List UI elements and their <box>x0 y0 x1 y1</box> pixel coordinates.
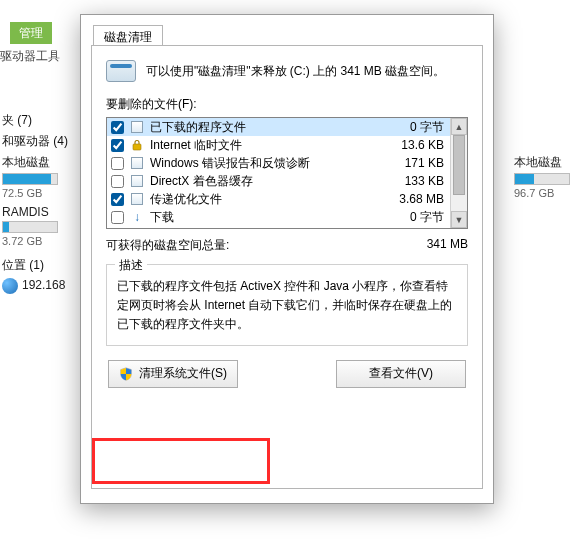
drive-c-capacity: 72.5 GB <box>2 187 80 199</box>
file-list-row[interactable]: ↓下载0 字节 <box>107 208 450 226</box>
drives-group-header: 和驱动器 (4) <box>2 133 80 150</box>
drive-right-usage-bar <box>514 173 570 185</box>
file-row-size: 3.68 MB <box>399 192 444 206</box>
locations-group-header: 位置 (1) <box>2 257 80 274</box>
ribbon-tab-manage[interactable]: 管理 <box>10 22 52 44</box>
view-files-button[interactable]: 查看文件(V) <box>336 360 466 388</box>
svg-rect-0 <box>133 144 141 150</box>
file-row-checkbox[interactable] <box>111 157 124 170</box>
file-list-row[interactable]: Internet 临时文件13.6 KB <box>107 136 450 154</box>
explorer-right-partial: 本地磁盘 96.7 GB <box>510 150 574 205</box>
file-type-icon: ↓ <box>130 210 144 224</box>
file-row-name: 下载 <box>150 209 402 226</box>
ribbon-tab-drive-tools[interactable]: 驱动器工具 <box>0 48 60 65</box>
clean-system-files-button[interactable]: 清理系统文件(S) <box>108 360 238 388</box>
description-group: 描述 已下载的程序文件包括 ActiveX 控件和 Java 小程序，你查看特定… <box>106 264 468 346</box>
globe-icon <box>2 278 18 294</box>
file-list-row[interactable]: 已下载的程序文件0 字节 <box>107 118 450 136</box>
file-row-name: 已下载的程序文件 <box>150 119 402 136</box>
description-legend: 描述 <box>115 257 147 274</box>
file-list-row[interactable]: 传递优化文件3.68 MB <box>107 190 450 208</box>
explorer-left-panel: 夹 (7) 和驱动器 (4) 本地磁盘 72.5 GB RAMDIS 3.72 … <box>0 108 80 296</box>
file-row-checkbox[interactable] <box>111 211 124 224</box>
button-row: 清理系统文件(S) 查看文件(V) <box>106 360 468 388</box>
scroll-thumb[interactable] <box>453 135 465 195</box>
uac-shield-icon <box>119 367 133 381</box>
file-row-size: 171 KB <box>405 156 444 170</box>
file-type-icon <box>130 120 144 134</box>
file-list-row[interactable]: DirectX 着色器缓存133 KB <box>107 172 450 190</box>
drive-c-usage-bar <box>2 173 58 185</box>
file-row-name: Windows 错误报告和反馈诊断 <box>150 155 397 172</box>
disk-cleanup-dialog: 磁盘清理 可以使用"磁盘清理"来释放 (C:) 上的 341 MB 磁盘空间。 … <box>80 14 494 504</box>
clean-system-files-label: 清理系统文件(S) <box>139 365 227 382</box>
drive-ramdisk-usage-bar <box>2 221 58 233</box>
drive-icon <box>106 60 136 82</box>
network-location-label: 192.168 <box>22 278 65 292</box>
files-list[interactable]: 已下载的程序文件0 字节Internet 临时文件13.6 KBWindows … <box>106 117 468 229</box>
scroll-down-button[interactable]: ▼ <box>451 211 467 228</box>
network-location[interactable]: 192.168 <box>2 278 80 294</box>
file-list-row[interactable]: Windows 错误报告和反馈诊断171 KB <box>107 154 450 172</box>
info-text: 可以使用"磁盘清理"来释放 (C:) 上的 341 MB 磁盘空间。 <box>146 62 445 80</box>
files-to-delete-label: 要删除的文件(F): <box>106 96 468 113</box>
total-label: 可获得的磁盘空间总量: <box>106 237 229 254</box>
drive-right-capacity: 96.7 GB <box>514 187 574 199</box>
total-row: 可获得的磁盘空间总量: 341 MB <box>106 237 468 254</box>
file-row-name: DirectX 着色器缓存 <box>150 173 397 190</box>
scroll-up-button[interactable]: ▲ <box>451 118 467 135</box>
scroll-track[interactable] <box>451 135 467 211</box>
file-row-size: 13.6 KB <box>401 138 444 152</box>
annotation-highlight <box>92 438 270 484</box>
info-row: 可以使用"磁盘清理"来释放 (C:) 上的 341 MB 磁盘空间。 <box>106 60 468 82</box>
file-row-checkbox[interactable] <box>111 121 124 134</box>
total-value: 341 MB <box>427 237 468 254</box>
file-row-name: 传递优化文件 <box>150 191 391 208</box>
drive-ramdisk-capacity: 3.72 GB <box>2 235 80 247</box>
drive-item-c[interactable]: 本地磁盘 <box>2 154 80 171</box>
file-type-icon <box>130 138 144 152</box>
dialog-content: 可以使用"磁盘清理"来释放 (C:) 上的 341 MB 磁盘空间。 要删除的文… <box>91 45 483 489</box>
drive-item-right[interactable]: 本地磁盘 <box>514 154 574 171</box>
file-row-checkbox[interactable] <box>111 193 124 206</box>
description-text: 已下载的程序文件包括 ActiveX 控件和 Java 小程序，你查看特定网页时… <box>117 277 457 335</box>
file-row-size: 0 字节 <box>410 209 444 226</box>
file-type-icon <box>130 192 144 206</box>
file-row-size: 133 KB <box>405 174 444 188</box>
file-type-icon <box>130 156 144 170</box>
file-row-size: 0 字节 <box>410 119 444 136</box>
folders-group-header: 夹 (7) <box>2 112 80 129</box>
file-row-checkbox[interactable] <box>111 175 124 188</box>
view-files-label: 查看文件(V) <box>369 365 433 382</box>
file-type-icon <box>130 174 144 188</box>
drive-item-ramdisk[interactable]: RAMDIS <box>2 205 80 219</box>
scrollbar[interactable]: ▲ ▼ <box>450 118 467 228</box>
file-row-checkbox[interactable] <box>111 139 124 152</box>
file-row-name: Internet 临时文件 <box>150 137 393 154</box>
